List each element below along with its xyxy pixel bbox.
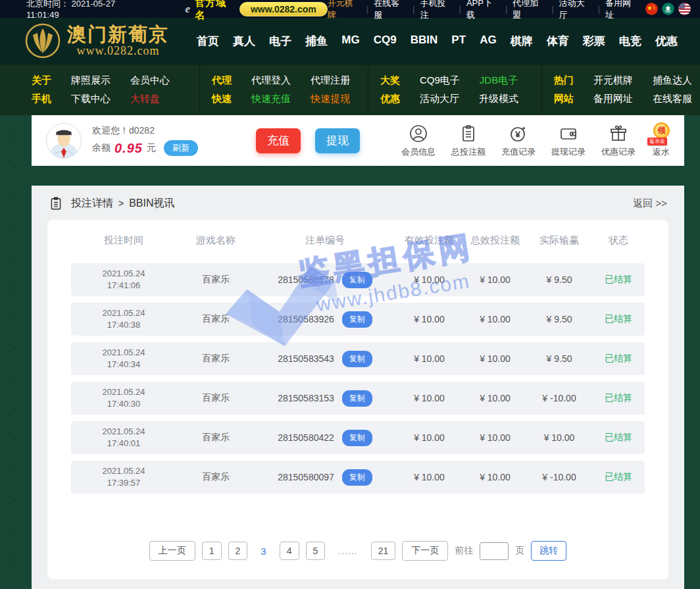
nav-item[interactable]: 优惠 (655, 34, 678, 49)
deposit-records-item[interactable]: 充值记录 (501, 124, 536, 158)
subnav-group: 代理代理登入代理注册快速快速充值快速提现 (200, 64, 368, 115)
withdraw-records-item[interactable]: 提现记录 (551, 124, 586, 158)
total-bets-item[interactable]: 总投注额 (451, 124, 486, 158)
subnav-link[interactable]: 在线客服 (653, 93, 692, 105)
nav-item[interactable]: BBIN (411, 34, 438, 49)
nav-item[interactable]: AG (480, 34, 497, 49)
order-number: 28150583153 (278, 393, 334, 403)
deposit-button[interactable]: 充值 (256, 128, 301, 153)
nav-item[interactable]: 首页 (197, 34, 219, 49)
site-logo[interactable]: 澳门新葡京 www.0282.com (25, 23, 169, 59)
back-link[interactable]: 返回 >> (633, 197, 667, 210)
nav-item[interactable]: 体育 (547, 34, 569, 49)
copy-button[interactable]: 复制 (342, 430, 372, 446)
column-header: 有效投注额 (395, 234, 464, 247)
nav-item[interactable]: 棋牌 (511, 34, 533, 49)
total-bet-amount: ¥ 10.00 (464, 314, 526, 324)
separator: | (459, 4, 461, 14)
subnav-group: 关于牌照展示会员中心手机下载中心大转盘 (0, 64, 200, 115)
subnav-link[interactable]: 开元棋牌 (593, 74, 633, 87)
refresh-button[interactable]: 刷新 (164, 140, 198, 156)
topbar-link[interactable]: 代理加盟 (512, 0, 546, 21)
copy-button[interactable]: 复制 (342, 390, 372, 407)
copy-button[interactable]: 复制 (342, 272, 372, 288)
page-button[interactable]: 21 (371, 542, 396, 560)
copy-button[interactable]: 复制 (342, 351, 372, 367)
topbar-link[interactable]: 活动大厅 (559, 0, 593, 21)
prev-page-button[interactable]: 上一页 (149, 541, 195, 561)
bet-time: 2021.05.2417:40:30 (71, 386, 176, 410)
jump-button[interactable]: 跳转 (531, 541, 566, 561)
subnav-link[interactable]: 快速提现 (311, 93, 350, 105)
nav-item[interactable]: MG (341, 34, 359, 49)
subnav-link[interactable]: 下载中心 (71, 93, 111, 105)
nav-item[interactable]: CQ9 (374, 34, 397, 49)
subnav-link[interactable]: 升级模式 (479, 93, 518, 105)
china-flag-icon[interactable] (645, 3, 658, 15)
subnav-label: 网站 (554, 93, 574, 105)
nav-item[interactable]: 捕鱼 (305, 34, 328, 49)
order-cell: 28150586578复制 (255, 272, 395, 288)
goto-page-input[interactable] (480, 542, 509, 560)
gold-coin-icon: 领 返水金 (651, 124, 671, 143)
subnav-link[interactable]: 会员中心 (130, 74, 170, 87)
page-button[interactable]: 3 (254, 542, 272, 560)
page-button[interactable]: 4 (280, 542, 299, 560)
balance-label: 余额 (92, 142, 111, 154)
welcome-text: 欢迎您！d0282 (92, 125, 198, 137)
page-button[interactable]: 2 (228, 542, 248, 560)
copy-button[interactable]: 复制 (342, 469, 372, 486)
subnav-link[interactable]: 代理登入 (251, 74, 291, 87)
topbar-links: 开元棋牌|在线客服|手机投注|APP下载|代理加盟|活动大厅|备用网址 (328, 0, 639, 21)
usa-flag-icon[interactable] (678, 3, 691, 15)
nav-items: 首页真人电子捕鱼MGCQ9BBINPTAG棋牌体育彩票电竞优惠 (197, 34, 678, 49)
subnav-link[interactable]: 快速充值 (251, 93, 291, 105)
status-badge: 已结算 (592, 392, 645, 404)
topbar-link[interactable]: 在线客服 (374, 0, 407, 21)
domain-pill[interactable]: www.0282.com (239, 2, 328, 16)
order-cell: 28150583543复制 (255, 351, 395, 367)
total-bet-amount: ¥ 10.00 (464, 274, 526, 285)
copy-button[interactable]: 复制 (342, 311, 372, 328)
subnav-link[interactable]: 牌照展示 (71, 74, 111, 87)
status-badge: 已结算 (592, 353, 645, 365)
win-loss-amount: ¥ 9.50 (526, 353, 592, 364)
subnav-group: 大奖CQ9电子JDB电子优惠活动大厅升级模式 (368, 64, 542, 115)
nav-item[interactable]: 彩票 (583, 34, 605, 49)
topbar-link[interactable]: APP下载 (466, 0, 500, 21)
subnav-link[interactable]: 活动大厅 (420, 93, 459, 105)
rebate-badge: 返水金 (647, 138, 667, 145)
macau-flag-icon[interactable] (662, 3, 674, 15)
page-button[interactable]: 1 (202, 542, 222, 560)
next-page-button[interactable]: 下一页 (402, 541, 448, 561)
avatar[interactable] (46, 123, 82, 159)
subnav-link[interactable]: 捕鱼达人 (653, 74, 692, 87)
promo-records-item[interactable]: 优惠记录 (601, 124, 636, 158)
gift-icon (609, 124, 628, 143)
subnav-link[interactable]: 备用网址 (593, 93, 633, 105)
withdraw-button[interactable]: 提现 (315, 128, 360, 153)
subnav-link[interactable]: CQ9电子 (420, 74, 460, 87)
valid-bet-amount: ¥ 10.00 (395, 353, 464, 364)
topbar-link[interactable]: 开元棋牌 (328, 0, 361, 21)
page-button[interactable]: 5 (306, 542, 326, 560)
subnav-group: 热门开元棋牌捕鱼达人网站备用网址在线客服 (542, 64, 700, 115)
subnav-link[interactable]: 代理注册 (311, 74, 350, 87)
bet-time: 2021.05.2417:41:06 (71, 268, 176, 292)
nav-item[interactable]: 电竞 (619, 34, 641, 49)
table-row: 2021.05.2417:41:06百家乐28150586578复制¥ 10.0… (71, 263, 645, 296)
subnav-link[interactable]: 大转盘 (130, 93, 160, 105)
topbar-link[interactable]: 备用网址 (605, 0, 639, 21)
nav-item[interactable]: PT (451, 34, 466, 49)
total-bet-amount: ¥ 10.00 (464, 472, 526, 482)
table-body: 2021.05.2417:41:06百家乐28150586578复制¥ 10.0… (71, 263, 645, 494)
rebate-item[interactable]: 领 返水金 返水 (651, 124, 671, 158)
member-info-item[interactable]: 会员信息 (401, 124, 436, 158)
topbar-link[interactable]: 手机投注 (420, 0, 454, 21)
nav-item[interactable]: 电子 (269, 34, 291, 49)
order-cell: 28150580422复制 (255, 430, 395, 446)
nav-item[interactable]: 真人 (233, 34, 255, 49)
subnav-link[interactable]: JDB电子 (480, 74, 518, 87)
table-header-row: 投注时间游戏名称注单编号有效投注额总效投注额实际输赢状态 (71, 234, 645, 263)
separator: | (413, 4, 414, 14)
